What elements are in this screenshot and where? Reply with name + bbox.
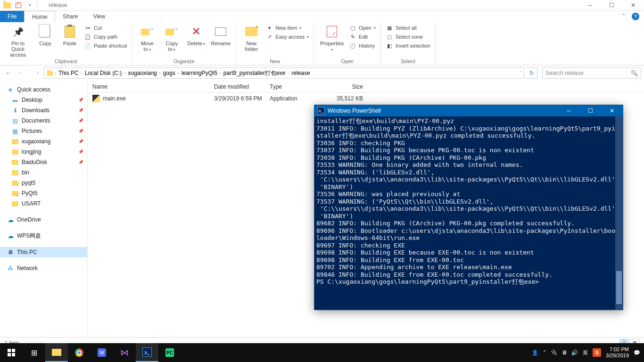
folder-icon: [3, 1, 11, 9]
pin-icon: 📌: [78, 139, 83, 144]
delete-button[interactable]: Delete: [186, 24, 206, 46]
sidebar-item[interactable]: bin: [0, 167, 87, 178]
sidebar-item-pictures[interactable]: Pictures📌: [0, 126, 87, 136]
tray-expand-icon[interactable]: ˄: [543, 350, 546, 356]
column-type[interactable]: Type: [270, 83, 325, 90]
address-bar[interactable]: › This PC› Local Disk (C:)› xugaoxiang› …: [44, 67, 524, 79]
properties-qat-icon[interactable]: [14, 1, 23, 9]
nav-up-button[interactable]: ↑: [36, 70, 39, 76]
folder-icon: [11, 169, 19, 176]
breadcrumb-segment[interactable]: release: [290, 70, 311, 76]
help-icon[interactable]: ?: [632, 13, 639, 20]
sogou-icon[interactable]: S: [593, 348, 601, 357]
taskbar-wps[interactable]: W: [91, 343, 113, 362]
sidebar-item[interactable]: ✓pyqt5: [0, 178, 87, 188]
qat-more-icon[interactable]: ▾: [25, 1, 34, 9]
edit-button[interactable]: ✎Edit: [349, 33, 376, 41]
powershell-window[interactable]: ≥_ Windows PowerShell ─ ☐ ✕ installer打包e…: [314, 105, 623, 310]
sidebar-item[interactable]: xugaoxiang📌: [0, 136, 87, 147]
sidebar-item[interactable]: BaiduDisk📌: [0, 157, 87, 167]
sidebar-item[interactable]: ✓PyQt5: [0, 188, 87, 198]
scrollbar-thumb[interactable]: [616, 271, 622, 304]
breadcrumb-segment[interactable]: Local Disk (C:): [83, 70, 124, 76]
ps-maximize-button[interactable]: ☐: [579, 105, 601, 116]
powershell-output[interactable]: installer打包exe\build\main\PYZ-00.pyz 730…: [314, 116, 623, 310]
pictures-icon: [11, 127, 19, 135]
search-box[interactable]: Search release 🔍: [542, 67, 641, 79]
ime-indicator[interactable]: 英: [583, 349, 588, 356]
open-button[interactable]: ▢Open: [349, 24, 376, 32]
move-to-button[interactable]: Move to: [137, 24, 157, 52]
copy-path-button[interactable]: 📋Copy path: [84, 33, 127, 41]
taskbar-vs[interactable]: ⋈: [113, 343, 136, 362]
sidebar-wps[interactable]: WPS网盘: [0, 230, 87, 241]
ps-close-button[interactable]: ✕: [601, 105, 623, 116]
cut-button[interactable]: Cut: [84, 24, 127, 32]
people-icon[interactable]: 👤: [532, 350, 538, 356]
tab-view[interactable]: View: [85, 11, 113, 22]
properties-button[interactable]: Properties: [319, 24, 345, 52]
start-button[interactable]: [0, 343, 23, 362]
powershell-titlebar[interactable]: ≥_ Windows PowerShell ─ ☐ ✕: [314, 105, 623, 116]
tab-file[interactable]: File: [0, 11, 24, 22]
select-none-button[interactable]: ▢Select none: [386, 33, 430, 41]
sidebar-item[interactable]: longjing📌: [0, 147, 87, 157]
history-button[interactable]: 🕘History: [349, 42, 376, 49]
taskbar-pycharm[interactable]: PC: [158, 343, 181, 362]
sidebar-this-pc[interactable]: This PC: [0, 247, 87, 257]
select-all-button[interactable]: ▦Select all: [386, 24, 430, 32]
tab-home[interactable]: Home: [24, 11, 55, 22]
file-name: main.exe: [103, 95, 126, 102]
breadcrumb-segment[interactable]: part9_pyinstaller打包exe: [222, 69, 287, 77]
navbar: ← → ˅ ↑ › This PC› Local Disk (C:)› xuga…: [0, 66, 644, 81]
nav-recent-button[interactable]: ˅: [28, 70, 31, 76]
refresh-button[interactable]: ↻: [526, 67, 537, 79]
search-icon: 🔍: [631, 70, 638, 76]
svg-rect-0: [8, 349, 11, 352]
sidebar-item-desktop[interactable]: Desktop📌: [0, 95, 87, 105]
column-date[interactable]: Date modified: [214, 83, 270, 90]
tray-icons[interactable]: 🔌🖥🔊: [551, 349, 578, 356]
sidebar-quick-access[interactable]: Quick access: [0, 84, 87, 95]
tab-share[interactable]: Share: [55, 11, 85, 22]
pin-quick-access-button[interactable]: Pin to Quick access: [5, 24, 31, 58]
sidebar-item-documents[interactable]: Documents📌: [0, 115, 87, 126]
sidebar-item[interactable]: USART: [0, 198, 87, 209]
breadcrumb-segment[interactable]: gogs: [162, 70, 177, 76]
taskbar-clock[interactable]: 7:02 PM3/29/2019: [606, 346, 629, 359]
invert-selection-button[interactable]: ◧Invert selection: [386, 42, 430, 49]
sidebar-item-downloads[interactable]: Downloads📌: [0, 105, 87, 115]
organize-group-label: Organize: [137, 58, 231, 64]
scrollbar[interactable]: [615, 116, 623, 310]
breadcrumb-segment[interactable]: This PC: [57, 70, 80, 76]
maximize-button[interactable]: ☐: [601, 0, 622, 11]
nav-back-button[interactable]: ←: [6, 70, 11, 76]
copy-button[interactable]: Copy: [35, 24, 56, 46]
notifications-icon[interactable]: 💬: [634, 350, 640, 356]
column-size[interactable]: Size: [325, 83, 363, 90]
sidebar-network[interactable]: Network: [0, 263, 87, 273]
minimize-button[interactable]: ─: [579, 0, 601, 11]
rename-button[interactable]: Rename: [210, 24, 231, 46]
new-folder-button[interactable]: New folder: [241, 24, 262, 52]
file-row[interactable]: main.exe 3/29/2019 6:59 PM Application 3…: [88, 93, 644, 104]
new-item-button[interactable]: ✦New item: [265, 24, 309, 32]
taskbar-chrome[interactable]: [68, 343, 91, 362]
sidebar-onedrive[interactable]: OneDrive: [0, 214, 87, 225]
addr-dropdown-icon[interactable]: ˅: [520, 71, 522, 75]
easy-access-button[interactable]: ↗Easy access: [265, 33, 309, 41]
task-view-button[interactable]: ⊞: [23, 343, 45, 362]
paste-button[interactable]: Paste: [59, 24, 80, 46]
breadcrumb-segment[interactable]: xugaoxiang: [126, 70, 158, 76]
breadcrumb-segment[interactable]: learningPyQt5: [180, 70, 219, 76]
taskbar-powershell[interactable]: ≥_: [136, 343, 158, 362]
copy-to-button[interactable]: Copy to: [161, 24, 182, 52]
ps-minimize-button[interactable]: ─: [558, 105, 579, 116]
ribbon-collapse-icon[interactable]: ˄: [622, 13, 625, 20]
select-all-icon: ▦: [386, 24, 393, 32]
paste-shortcut-button[interactable]: 📄Paste shortcut: [84, 42, 127, 49]
close-button[interactable]: ✕: [622, 0, 644, 11]
svg-rect-2: [8, 353, 11, 356]
taskbar-explorer[interactable]: [45, 343, 68, 362]
column-name[interactable]: Name: [92, 83, 214, 90]
